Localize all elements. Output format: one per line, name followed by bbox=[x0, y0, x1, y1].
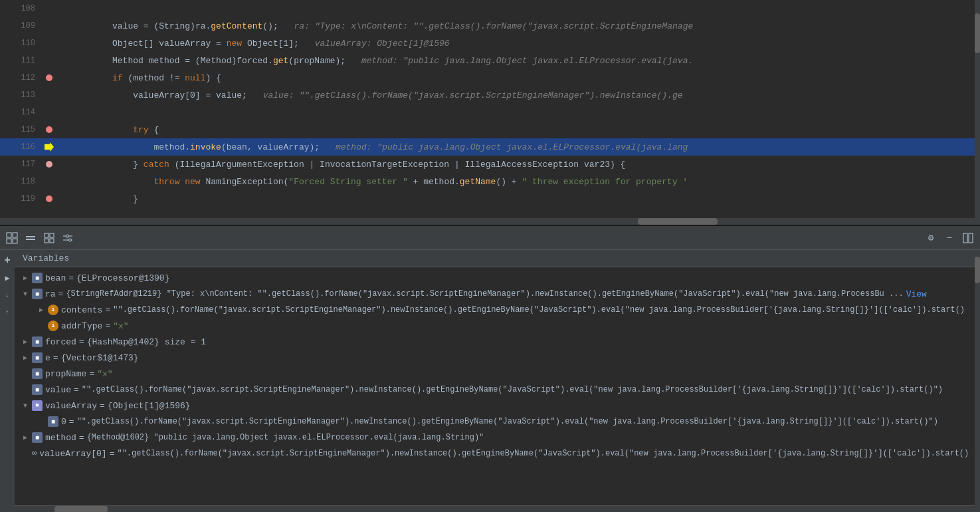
bottom-h-scrollbar[interactable] bbox=[15, 505, 975, 512]
var-row-va0[interactable]: ■ 0 = "".getClass().forName("javax.scrip… bbox=[15, 414, 975, 430]
current-line-arrow bbox=[45, 142, 54, 152]
var-eq-value: = bbox=[74, 385, 79, 395]
var-val-forced: {HashMap@1402} size = 1 bbox=[87, 337, 206, 347]
v-scrollbar-thumb[interactable] bbox=[975, 13, 980, 53]
icon-addrtype: i bbox=[48, 320, 58, 331]
code-line-116: 116 method.invoke(bean, valueArray); met… bbox=[0, 138, 980, 156]
var-name-valuearray: valueArray bbox=[45, 401, 97, 411]
h-scrollbar[interactable] bbox=[0, 218, 980, 225]
gear-settings-icon[interactable]: ⚙ bbox=[924, 231, 937, 245]
var-row-ra[interactable]: ■ ra = {StringRefAddr@1219} "Type: x\nCo… bbox=[15, 286, 975, 302]
step-over-icon[interactable]: ▶ bbox=[2, 273, 13, 283]
svg-rect-5 bbox=[26, 239, 35, 240]
code-content-112: if (method != null) { bbox=[55, 73, 980, 83]
var-name-bean: bean bbox=[45, 273, 66, 283]
var-eq-forced: = bbox=[79, 337, 84, 347]
code-content-118: throw new NamingException("Forced String… bbox=[55, 177, 980, 187]
expand-valuearray[interactable] bbox=[20, 400, 31, 411]
left-icons-panel: + ▶ ↓ ↑ bbox=[0, 250, 15, 512]
code-line-111: 111 Method method = (Method)forced.get(p… bbox=[0, 52, 980, 69]
var-row-propname[interactable]: ■ propName = "x" bbox=[15, 366, 975, 382]
expand-valuearray0 bbox=[20, 448, 31, 459]
toggle-icon1[interactable] bbox=[24, 231, 37, 245]
breakpoint-115[interactable] bbox=[43, 126, 55, 133]
expand-va0 bbox=[36, 416, 47, 427]
icon-propname: ■ bbox=[32, 368, 43, 379]
add-watch-icon[interactable]: + bbox=[2, 255, 13, 266]
expand-e[interactable] bbox=[20, 352, 31, 363]
vars-v-scrollbar-thumb[interactable] bbox=[975, 257, 980, 283]
var-val-ra: {StringRefAddr@1219} "Type: x\nContent: … bbox=[66, 289, 903, 299]
code-line-109: 109 value = (String)ra.getContent(); ra:… bbox=[0, 17, 980, 35]
expand-value bbox=[20, 384, 31, 395]
var-val-propname: "x" bbox=[97, 369, 112, 379]
svg-point-12 bbox=[66, 235, 69, 237]
expand-method[interactable] bbox=[20, 432, 31, 443]
icon-bean: ■ bbox=[32, 273, 43, 283]
bottom-h-scrollbar-thumb[interactable] bbox=[54, 506, 108, 512]
var-row-method[interactable]: ■ method = {Method@1602} "public java.la… bbox=[15, 430, 975, 446]
breakpoint-117 bbox=[43, 161, 55, 168]
var-val-method: {Method@1602} "public java.lang.Object j… bbox=[87, 433, 484, 442]
layout-icon[interactable] bbox=[961, 231, 975, 245]
breakpoint-dot-119 bbox=[46, 195, 52, 202]
code-line-108: 108 bbox=[0, 0, 980, 17]
code-lines: 108 109 value = (String)ra.getContent();… bbox=[0, 0, 980, 207]
expand-bean[interactable] bbox=[20, 273, 31, 283]
var-name-method: method bbox=[45, 433, 76, 443]
svg-rect-17 bbox=[969, 233, 973, 243]
expand-forced[interactable] bbox=[20, 336, 31, 347]
vars-v-scrollbar[interactable] bbox=[975, 250, 980, 512]
var-row-bean[interactable]: ■ bean = {ELProcessor@1390} bbox=[15, 270, 975, 286]
var-row-forced[interactable]: ■ forced = {HashMap@1402} size = 1 bbox=[15, 334, 975, 350]
var-tree: ■ bean = {ELProcessor@1390} ■ ra = bbox=[15, 267, 975, 464]
var-eq-ra: = bbox=[58, 289, 64, 299]
var-eq-valuearray: = bbox=[100, 401, 105, 411]
expand-ra[interactable] bbox=[20, 289, 31, 299]
svg-rect-16 bbox=[963, 233, 967, 243]
step-out-icon[interactable]: ↑ bbox=[2, 307, 13, 318]
var-row-valuearray[interactable]: ■ valueArray = {Object[1]@1596} bbox=[15, 398, 975, 414]
svg-rect-2 bbox=[7, 239, 11, 243]
restore-layout-icon[interactable] bbox=[5, 231, 19, 245]
var-row-valuearray0[interactable]: ∞ valueArray[0] = "".getClass().forName(… bbox=[15, 446, 975, 461]
step-into-icon[interactable]: ↓ bbox=[2, 290, 13, 301]
line-number-117: 117 bbox=[0, 160, 43, 169]
var-val-contents: "".getClass().forName("javax.script.Scri… bbox=[113, 305, 965, 315]
line-number-109: 109 bbox=[0, 21, 43, 31]
var-name-addrtype: addrType bbox=[61, 321, 102, 331]
icon-va0: ■ bbox=[48, 416, 58, 427]
var-row-addrtype[interactable]: i addrType = "x" bbox=[15, 318, 975, 334]
settings-icon[interactable] bbox=[61, 231, 74, 245]
var-eq-valuearray0: = bbox=[110, 449, 115, 459]
breakpoint-119[interactable] bbox=[43, 195, 55, 202]
code-line-115: 115 try { bbox=[0, 121, 980, 138]
var-eq-va0: = bbox=[69, 417, 74, 427]
breakpoint-dot-117 bbox=[46, 161, 52, 168]
var-name-propname: propName bbox=[45, 369, 86, 379]
v-scrollbar[interactable] bbox=[975, 0, 980, 225]
var-row-value[interactable]: ■ value = "".getClass().forName("javax.s… bbox=[15, 382, 975, 398]
variables-panel[interactable]: ■ bean = {ELProcessor@1390} ■ ra = bbox=[15, 267, 975, 505]
svg-rect-9 bbox=[50, 239, 54, 243]
code-line-118: 118 throw new NamingException("Forced St… bbox=[0, 173, 980, 190]
grid-icon[interactable] bbox=[43, 231, 56, 245]
view-link-ra[interactable]: View bbox=[906, 289, 927, 299]
var-val-addrtype: "x" bbox=[113, 321, 128, 331]
breakpoint-112[interactable] bbox=[43, 74, 55, 81]
code-line-113: 113 valueArray[0] = value; value: "".get… bbox=[0, 86, 980, 104]
icon-e: ■ bbox=[32, 352, 43, 363]
line-number-112: 112 bbox=[0, 73, 43, 82]
var-eq-bean: = bbox=[68, 273, 74, 283]
var-row-e[interactable]: ■ e = {Vector$1@1473} bbox=[15, 350, 975, 366]
minimize-icon[interactable]: − bbox=[943, 231, 956, 245]
icon-value: ■ bbox=[32, 384, 43, 395]
var-row-contents[interactable]: i contents = "".getClass().forName("java… bbox=[15, 302, 975, 318]
expand-propname bbox=[20, 368, 31, 379]
expand-contents[interactable] bbox=[36, 305, 47, 315]
code-line-110: 110 Object[] valueArray = new Object[1];… bbox=[0, 35, 980, 52]
var-val-value: "".getClass().forName("javax.script.Scri… bbox=[82, 385, 943, 394]
h-scrollbar-thumb[interactable] bbox=[638, 218, 718, 225]
var-val-valuearray: {Object[1]@1596} bbox=[108, 401, 191, 411]
line-number-111: 111 bbox=[0, 56, 43, 65]
